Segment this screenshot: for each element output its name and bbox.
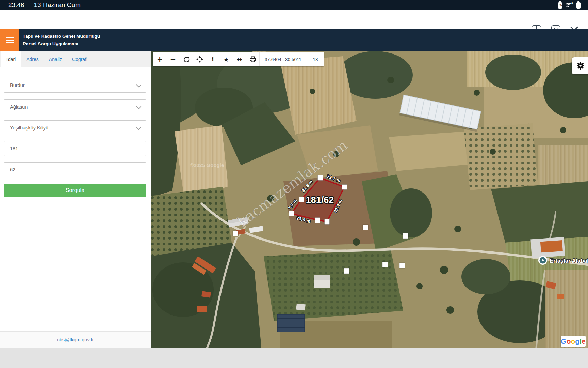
tab-analiz[interactable]: Analiz bbox=[44, 51, 67, 67]
tab-idari[interactable]: İdari bbox=[1, 51, 21, 67]
clock: 23:46 bbox=[8, 1, 24, 9]
map-viewport[interactable]: kacmazemlak.com ©2025 Google 29.1 m 31.8… bbox=[151, 51, 588, 348]
map-attribution: ©2025 Google bbox=[190, 162, 224, 168]
battery-icon bbox=[576, 2, 581, 9]
query-sidebar: İdari Adres Analiz Coğrafi Burdur Ağlasu… bbox=[0, 51, 151, 348]
google-logo: Google bbox=[561, 336, 586, 347]
poi-label: Ertaşlar Alabalık bbox=[550, 258, 588, 264]
poi-marker[interactable] bbox=[538, 256, 547, 265]
block-number-input[interactable] bbox=[4, 141, 146, 156]
sidebar-tabs: İdari Adres Analiz Coğrafi bbox=[0, 51, 151, 67]
date: 13 Haziran Cum bbox=[34, 1, 81, 9]
neighborhood-select[interactable]: Yeşilbaşköy Köyü bbox=[4, 120, 146, 135]
contact-email-link[interactable]: cbs@tkgm.gov.tr bbox=[57, 337, 94, 342]
wifi6-icon: 6 bbox=[565, 2, 573, 9]
refresh-icon[interactable] bbox=[180, 52, 193, 66]
parcel-number-input[interactable] bbox=[4, 162, 146, 177]
province-select[interactable]: Burdur bbox=[4, 78, 146, 93]
chevron-down-icon bbox=[136, 104, 142, 109]
chevron-down-icon bbox=[136, 82, 142, 88]
pan-icon[interactable] bbox=[193, 52, 206, 66]
app-header: Tapu ve Kadastro Genel Müdürlüğü Parsel … bbox=[0, 29, 588, 51]
print-icon[interactable] bbox=[246, 52, 259, 66]
query-button[interactable]: Sorgula bbox=[4, 184, 146, 197]
map-settings-button[interactable] bbox=[572, 57, 588, 74]
svg-text:6: 6 bbox=[571, 2, 573, 5]
measure-icon[interactable]: ↔ bbox=[233, 52, 246, 66]
app-title: Tapu ve Kadastro Genel Müdürlüğü bbox=[23, 34, 100, 39]
tab-adres[interactable]: Adres bbox=[21, 51, 44, 67]
district-select[interactable]: Ağlasun bbox=[4, 99, 146, 114]
tab-cografi[interactable]: Coğrafi bbox=[67, 51, 93, 67]
zoom-out-icon[interactable]: − bbox=[166, 52, 180, 66]
zoom-level-readout: 18 bbox=[307, 52, 324, 66]
android-status-bar: 23:46 13 Haziran Cum % 6 bbox=[0, 0, 588, 10]
coordinates-readout: 37.6404 : 30.5011 bbox=[259, 52, 307, 66]
battery-saver-icon: % bbox=[558, 2, 562, 9]
window-titlebar bbox=[0, 10, 588, 29]
map-toolbar: + − i ★ ↔ 37.6404 : 30.5011 18 bbox=[153, 52, 324, 66]
favorite-star-icon[interactable]: ★ bbox=[219, 52, 233, 66]
sidebar-footer: cbs@tkgm.gov.tr bbox=[0, 331, 151, 348]
info-icon[interactable]: i bbox=[206, 52, 219, 66]
app-subtitle: Parsel Sorgu Uygulaması bbox=[23, 41, 78, 46]
android-taskbar bbox=[0, 348, 588, 368]
zoom-in-icon[interactable]: + bbox=[153, 52, 166, 66]
hamburger-menu-icon[interactable] bbox=[0, 29, 19, 51]
satellite-map[interactable]: kacmazemlak.com ©2025 Google 29.1 m 31.8… bbox=[151, 51, 588, 348]
terrain bbox=[151, 51, 588, 348]
chevron-down-icon bbox=[136, 125, 142, 130]
gear-icon bbox=[576, 62, 585, 70]
parcel-label: 181/62 bbox=[306, 195, 334, 205]
